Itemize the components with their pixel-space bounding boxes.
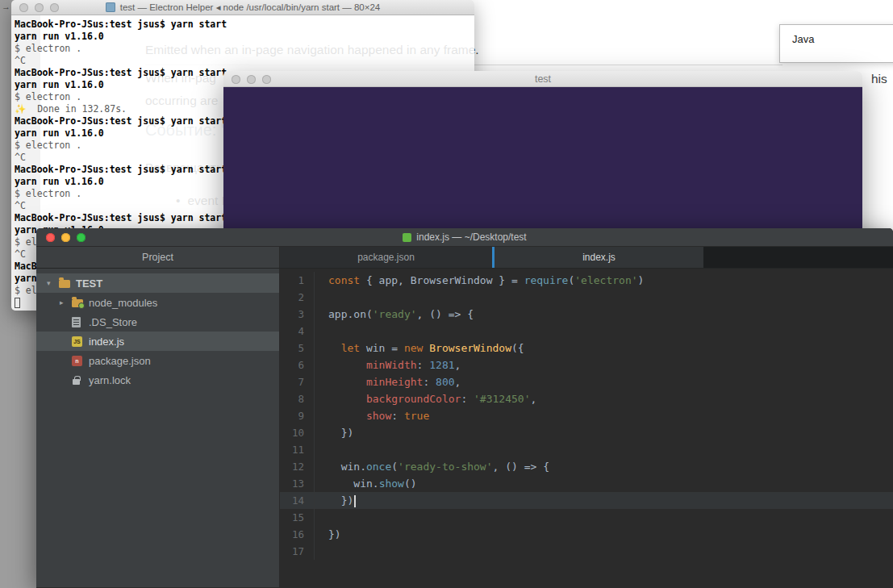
code-line-text: show: true <box>315 407 429 424</box>
code-line-15[interactable]: 15 <box>280 509 893 526</box>
line-number: 7 <box>280 373 315 390</box>
code-line-17[interactable]: 17 <box>280 543 893 560</box>
project-item-label: node_modules <box>89 297 157 309</box>
code-line-text: }) <box>315 526 341 543</box>
code-line-14[interactable]: 14 }) <box>280 492 893 509</box>
terminal-doc-icon <box>106 2 115 12</box>
editor-tab-package-json[interactable]: package.json <box>280 247 492 268</box>
line-number: 11 <box>280 441 315 458</box>
folder-icon <box>59 278 72 288</box>
code-line-13[interactable]: 13 win.show() <box>280 475 893 492</box>
zoom-button[interactable] <box>262 75 271 84</box>
code-line-6[interactable]: 6 minWidth: 1281, <box>280 357 893 373</box>
code-editor[interactable]: 1const { app, BrowserWindow } = require(… <box>280 269 893 587</box>
code-line-16[interactable]: 16}) <box>280 526 893 543</box>
code-line-text: backgroundColor: '#312450', <box>315 390 536 407</box>
line-number: 2 <box>280 289 315 306</box>
project-item-yarn-lock[interactable]: yarn.lock <box>36 370 279 390</box>
lock-icon <box>72 376 85 385</box>
zoom-button[interactable] <box>50 3 59 12</box>
folder-node-icon <box>72 298 85 307</box>
editor-titlebar[interactable]: index.js — ~/Desktop/test <box>36 228 893 247</box>
line-number: 8 <box>280 390 315 407</box>
language-dropdown[interactable]: Java <box>779 24 893 63</box>
line-number: 6 <box>280 357 315 373</box>
code-line-1[interactable]: 1const { app, BrowserWindow } = require(… <box>280 272 893 289</box>
terminal-line: yarn run v1.16.0 <box>15 31 474 43</box>
code-line-text: minWidth: 1281, <box>315 357 461 373</box>
code-line-5[interactable]: 5 let win = new BrowserWindow({ <box>280 340 893 357</box>
code-line-text <box>315 543 328 560</box>
minimize-button[interactable] <box>35 3 44 12</box>
code-line-text <box>315 323 328 340</box>
line-number: 3 <box>280 306 315 323</box>
minimize-button[interactable] <box>247 75 256 84</box>
close-button[interactable] <box>232 75 240 84</box>
line-number: 10 <box>280 424 315 441</box>
terminal-line: ^C <box>15 55 474 67</box>
project-item--ds-store[interactable]: .DS_Store <box>36 312 279 332</box>
project-item-label: TEST <box>76 277 102 290</box>
close-button[interactable] <box>46 233 55 242</box>
code-line-12[interactable]: 12 win.once('ready-to-show', () => { <box>280 458 893 475</box>
line-number: 1 <box>280 272 315 289</box>
terminal-title: test — Electron Helper ◂ node /usr/local… <box>120 2 381 13</box>
zoom-button[interactable] <box>77 233 86 242</box>
chevron-down-icon[interactable]: ▾ <box>47 279 59 287</box>
line-number: 17 <box>280 543 315 560</box>
project-item-index-js[interactable]: index.js <box>36 332 279 351</box>
terminal-window-controls <box>19 3 59 12</box>
code-line-10[interactable]: 10 }) <box>280 424 893 441</box>
line-number: 5 <box>280 340 315 357</box>
editor-window-title: index.js — ~/Desktop/test <box>416 231 526 243</box>
project-panel-header[interactable]: Project <box>36 247 280 268</box>
project-item-label: yarn.lock <box>89 374 131 386</box>
js-file-icon <box>403 233 411 242</box>
code-line-text: let win = new BrowserWindow({ <box>315 340 524 357</box>
close-button[interactable] <box>19 3 28 12</box>
code-line-8[interactable]: 8 backgroundColor: '#312450', <box>280 390 893 407</box>
code-line-text: app.on('ready', () => { <box>315 306 474 323</box>
line-number: 13 <box>280 475 315 492</box>
code-line-3[interactable]: 3app.on('ready', () => { <box>280 306 893 323</box>
line-number: 16 <box>280 526 315 543</box>
npm-icon <box>72 356 85 366</box>
editor-body: ▾TEST▸node_modules.DS_Storeindex.jspacka… <box>36 269 893 587</box>
code-line-2[interactable]: 2 <box>280 289 893 306</box>
code-line-text: win.show() <box>315 475 417 492</box>
line-number: 9 <box>280 407 315 424</box>
terminal-line: $ electron . <box>15 43 474 55</box>
code-line-9[interactable]: 9 show: true <box>280 407 893 424</box>
terminal-titlebar[interactable]: test — Electron Helper ◂ node /usr/local… <box>11 0 474 15</box>
file-icon <box>72 317 85 327</box>
minimize-button[interactable] <box>61 233 70 242</box>
code-line-11[interactable]: 11 <box>280 441 893 458</box>
line-number: 14 <box>280 492 315 509</box>
code-line-text <box>315 509 328 526</box>
code-line-text: const { app, BrowserWindow } = require('… <box>315 272 644 289</box>
electron-window-title: test <box>535 73 551 85</box>
editor-tab-index-js[interactable]: index.js <box>492 247 703 268</box>
project-item-label: .DS_Store <box>89 316 137 328</box>
code-line-text <box>315 289 328 306</box>
electron-titlebar[interactable]: test <box>223 71 862 87</box>
line-number: 15 <box>280 509 315 526</box>
project-item-label: package.json <box>89 355 151 367</box>
code-line-4[interactable]: 4 <box>280 323 893 340</box>
desktop: { "colors": { "electron_body": "#312450"… <box>0 0 893 588</box>
editor-window: index.js — ~/Desktop/test Project packag… <box>36 228 893 588</box>
chevron-right-icon[interactable]: ▸ <box>60 298 72 307</box>
project-item-label: index.js <box>89 336 124 348</box>
project-item-package-json[interactable]: package.json <box>36 351 279 370</box>
code-line-text: }) <box>315 492 356 509</box>
doc-edge-fragment: his <box>871 72 887 86</box>
line-number: 12 <box>280 458 315 475</box>
project-item-test[interactable]: ▾TEST <box>36 273 279 293</box>
code-line-text: }) <box>315 424 353 441</box>
editor-tabs: package.jsonindex.js <box>280 247 893 268</box>
terminal-cursor <box>15 298 20 308</box>
editor-header-row: Project package.jsonindex.js <box>36 247 893 269</box>
code-line-7[interactable]: 7 minHeight: 800, <box>280 373 893 390</box>
project-item-node-modules[interactable]: ▸node_modules <box>36 293 279 312</box>
language-dropdown-selected[interactable]: Java <box>792 33 814 45</box>
